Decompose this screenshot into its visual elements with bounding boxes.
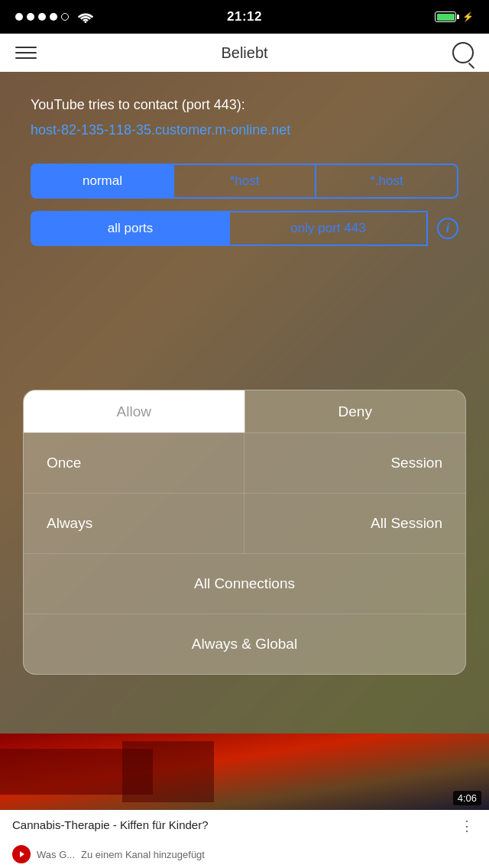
hamburger-line-1 (15, 47, 37, 48)
dialog-container: YouTube tries to contact (port 443): hos… (0, 72, 489, 284)
video-info: Cannabis-Therapie - Kiffen für Kinder? ⋮ (0, 810, 489, 842)
once-button[interactable]: Once (24, 433, 244, 494)
thumbnail-image (0, 734, 489, 810)
session-button[interactable]: Session (244, 433, 465, 494)
battery-fill (437, 14, 455, 21)
menu-button[interactable] (15, 47, 37, 59)
only-port-button[interactable]: only port 443 (230, 211, 428, 246)
video-thumbnail[interactable]: 4:06 (0, 734, 489, 810)
video-channel-row: Was G... Zu einem Kanal hinzugefügt (0, 842, 489, 866)
more-icon[interactable]: ⋮ (457, 818, 477, 834)
channel-avatar (12, 845, 31, 863)
search-icon[interactable] (452, 42, 474, 63)
allow-deny-row: Allow Deny (24, 390, 465, 433)
signal-dot-2 (27, 13, 34, 21)
port-segment-row: all ports only port 443 i (31, 211, 458, 246)
hamburger-line-3 (15, 57, 37, 59)
channel-detail: Zu einem Kanal hinzugefügt (81, 849, 205, 860)
signal-dot-5 (61, 13, 69, 21)
page-title: Beliebt (221, 44, 267, 62)
signal-dot-3 (38, 13, 46, 21)
options-grid: Once Session Always All Session (24, 433, 465, 554)
dialog-host[interactable]: host-82-135-118-35.customer.m-online.net (31, 120, 458, 141)
status-bar: 21:12 ⚡ (0, 0, 489, 34)
deny-button[interactable]: Deny (244, 390, 466, 432)
charging-icon: ⚡ (462, 11, 474, 22)
battery-area: ⚡ (435, 11, 474, 22)
battery (435, 11, 456, 22)
all-connections-button[interactable]: All Connections (24, 554, 465, 614)
all-session-button[interactable]: All Session (244, 494, 465, 554)
signal-dot-4 (50, 13, 57, 21)
video-duration: 4:06 (453, 791, 481, 805)
status-time: 21:12 (227, 9, 262, 24)
scope-normal-button[interactable]: normal (31, 164, 174, 199)
all-ports-button[interactable]: all ports (31, 211, 230, 246)
app-header: Beliebt (0, 34, 489, 72)
wifi-icon (77, 11, 94, 23)
svg-point-0 (85, 21, 87, 23)
dialog-message: YouTube tries to contact (port 443): (31, 95, 458, 115)
always-global-button[interactable]: Always & Global (24, 614, 465, 674)
svg-rect-3 (122, 741, 214, 802)
scope-host-button[interactable]: *host (174, 164, 316, 199)
scope-dothost-button[interactable]: *.host (316, 164, 458, 199)
signal-dot-1 (15, 13, 23, 21)
channel-logo (15, 850, 28, 859)
scope-segment: normal *host *.host (31, 164, 458, 199)
info-icon[interactable]: i (437, 218, 458, 239)
allow-button[interactable]: Allow (24, 390, 244, 432)
video-title[interactable]: Cannabis-Therapie - Kiffen für Kinder? (12, 818, 457, 833)
bottom-content: 4:06 Cannabis-Therapie - Kiffen für Kind… (0, 734, 489, 868)
action-panel: Allow Deny Once Session Always All Sessi… (23, 390, 466, 675)
hamburger-line-2 (15, 52, 37, 53)
always-button[interactable]: Always (24, 494, 244, 554)
battery-shell (435, 11, 456, 22)
signal-area (15, 11, 94, 23)
channel-name[interactable]: Was G... (37, 849, 75, 860)
